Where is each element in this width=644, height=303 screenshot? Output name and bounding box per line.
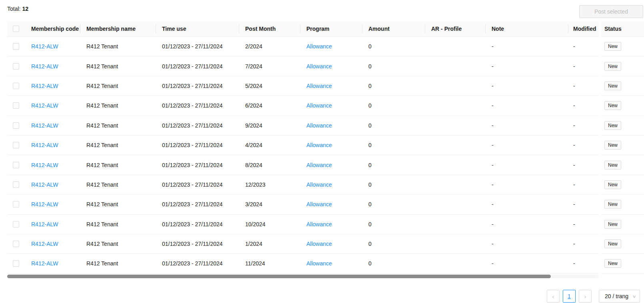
table-row: R412-ALW R412 Tenant 01/12/2023 - 27/11/… (7, 234, 644, 254)
note-cell: - (485, 195, 568, 214)
prev-page-button[interactable]: ‹ (547, 290, 560, 303)
amount-cell: 0 (362, 116, 425, 136)
membership-code-link[interactable]: R412-ALW (31, 260, 58, 267)
status-cell: New (601, 175, 644, 195)
status-badge: New (604, 82, 621, 90)
row-checkbox[interactable] (13, 102, 19, 109)
post-month-cell: 9/2024 (239, 116, 300, 136)
ar-profile-cell (425, 76, 485, 96)
table-row: R412-ALW R412 Tenant 01/12/2023 - 27/11/… (7, 254, 644, 273)
page-size-select[interactable]: 20 / trang ∨ (599, 290, 640, 303)
col-membership-code: Membership code (25, 21, 80, 37)
table-row: R412-ALW R412 Tenant 01/12/2023 - 27/11/… (7, 215, 644, 234)
next-page-button[interactable]: › (579, 290, 592, 303)
horizontal-scrollbar-track[interactable] (7, 275, 599, 278)
time-use-cell: 01/12/2023 - 27/11/2024 (156, 215, 239, 234)
status-cell: New (601, 136, 644, 155)
table-row: R412-ALW R412 Tenant 01/12/2023 - 27/11/… (7, 56, 644, 76)
row-checkbox[interactable] (13, 260, 19, 267)
program-link[interactable]: Allowance (306, 102, 332, 109)
membership-code-link[interactable]: R412-ALW (31, 221, 58, 227)
membership-code-link[interactable]: R412-ALW (31, 102, 58, 109)
status-cell: New (601, 195, 644, 214)
program-link[interactable]: Allowance (306, 63, 332, 70)
select-all-checkbox[interactable] (13, 26, 19, 32)
status-badge: New (604, 259, 621, 268)
status-cell: New (601, 116, 644, 136)
row-checkbox[interactable] (13, 83, 19, 89)
row-checkbox[interactable] (13, 43, 19, 50)
table-body: R412-ALW R412 Tenant 01/12/2023 - 27/11/… (7, 37, 644, 274)
ar-profile-cell (425, 96, 485, 116)
col-time-use: Time use (156, 21, 239, 37)
membership-code-link[interactable]: R412-ALW (31, 63, 58, 70)
program-link[interactable]: Allowance (306, 260, 332, 267)
page-1-button[interactable]: 1 (563, 290, 576, 303)
table-row: R412-ALW R412 Tenant 01/12/2023 - 27/11/… (7, 76, 644, 96)
modified-cell: - (568, 76, 599, 96)
ar-profile-cell (425, 56, 485, 76)
row-checkbox[interactable] (13, 181, 19, 188)
status-badge: New (604, 200, 621, 209)
post-selected-button[interactable]: Post selected (579, 5, 643, 18)
note-cell: - (485, 254, 568, 273)
modified-cell: - (568, 195, 599, 214)
time-use-cell: 01/12/2023 - 27/11/2024 (156, 234, 239, 254)
ar-profile-cell (425, 234, 485, 254)
membership-code-link[interactable]: R412-ALW (31, 122, 58, 129)
page-number[interactable]: 1 (568, 293, 571, 299)
membership-code-link[interactable]: R412-ALW (31, 201, 58, 207)
horizontal-scrollbar-thumb[interactable] (7, 275, 551, 278)
amount-cell: 0 (362, 76, 425, 96)
ar-profile-cell (425, 195, 485, 214)
membership-name-cell: R412 Tenant (80, 56, 156, 76)
status-cell: New (601, 37, 644, 56)
time-use-cell: 01/12/2023 - 27/11/2024 (156, 37, 239, 56)
membership-code-link[interactable]: R412-ALW (31, 181, 58, 188)
ar-profile-cell (425, 116, 485, 136)
program-link[interactable]: Allowance (306, 221, 332, 227)
program-link[interactable]: Allowance (306, 142, 332, 148)
amount-cell: 0 (362, 96, 425, 116)
ar-profile-cell (425, 175, 485, 195)
status-badge: New (604, 121, 621, 130)
program-link[interactable]: Allowance (306, 83, 332, 89)
row-checkbox[interactable] (13, 122, 19, 129)
row-checkbox[interactable] (13, 162, 19, 168)
prev-page-icon: ‹ (552, 293, 554, 300)
post-month-cell: 3/2024 (239, 195, 300, 214)
status-badge: New (604, 161, 621, 169)
note-cell: - (485, 116, 568, 136)
program-link[interactable]: Allowance (306, 201, 332, 207)
membership-name-cell: R412 Tenant (80, 37, 156, 56)
program-link[interactable]: Allowance (306, 162, 332, 168)
pagination: ‹ 1 › 20 / trang ∨ (547, 290, 640, 303)
status-badge: New (604, 42, 621, 51)
program-link[interactable]: Allowance (306, 181, 332, 188)
row-checkbox[interactable] (13, 221, 19, 227)
membership-code-link[interactable]: R412-ALW (31, 142, 58, 148)
membership-code-link[interactable]: R412-ALW (31, 241, 58, 247)
row-checkbox[interactable] (13, 241, 19, 247)
row-checkbox[interactable] (13, 63, 19, 70)
status-cell: New (601, 215, 644, 234)
program-link[interactable]: Allowance (306, 43, 332, 50)
membership-name-cell: R412 Tenant (80, 254, 156, 273)
time-use-cell: 01/12/2023 - 27/11/2024 (156, 155, 239, 175)
program-link[interactable]: Allowance (306, 241, 332, 247)
post-month-cell: 10/2024 (239, 215, 300, 234)
membership-code-link[interactable]: R412-ALW (31, 43, 58, 50)
modified-cell: - (568, 96, 599, 116)
table-row: R412-ALW R412 Tenant 01/12/2023 - 27/11/… (7, 37, 644, 56)
status-badge: New (604, 220, 621, 229)
row-checkbox[interactable] (13, 201, 19, 207)
next-page-icon: › (584, 293, 586, 300)
row-checkbox[interactable] (13, 142, 19, 148)
membership-name-cell: R412 Tenant (80, 76, 156, 96)
program-link[interactable]: Allowance (306, 122, 332, 129)
status-cell: New (601, 76, 644, 96)
membership-code-link[interactable]: R412-ALW (31, 83, 58, 89)
membership-code-link[interactable]: R412-ALW (31, 162, 58, 168)
membership-name-cell: R412 Tenant (80, 195, 156, 214)
status-cell: New (601, 96, 644, 116)
